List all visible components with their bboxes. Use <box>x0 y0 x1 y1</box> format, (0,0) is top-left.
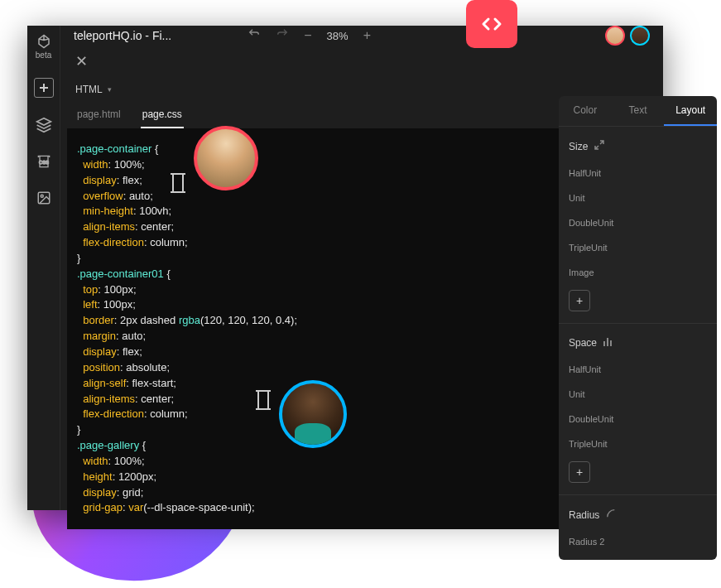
topbar: teleportHQ.io - Fi... − 38% + <box>60 26 663 46</box>
panel-item[interactable]: TripleUnit <box>569 431 707 456</box>
panel-item[interactable]: HalfUnit <box>569 161 707 186</box>
layout-panel: ColorTextLayout SizeHalfUnitUnitDoubleUn… <box>559 96 717 560</box>
panel-item[interactable]: DoubleUnit <box>569 407 707 431</box>
undo-button[interactable] <box>248 27 261 44</box>
panel-item[interactable]: Radius 2 <box>569 529 707 554</box>
panel-item[interactable]: TripleUnit <box>569 235 707 260</box>
layers-icon[interactable] <box>35 116 53 134</box>
panel-item[interactable]: HalfUnit <box>569 357 707 382</box>
text-cursor-icon-1 <box>172 174 184 192</box>
left-sidebar: beta CSS <box>27 26 60 510</box>
panel-section-header: Radius <box>569 502 707 529</box>
collaborator-avatar-1[interactable] <box>605 26 625 46</box>
code-badge-icon <box>466 0 517 48</box>
svg-text:CSS: CSS <box>39 160 49 165</box>
text-cursor-icon-2 <box>257 391 269 409</box>
redo-button[interactable] <box>276 27 289 44</box>
panel-section-header: Space <box>569 330 707 357</box>
panel-item[interactable]: Radius 4 <box>569 554 707 560</box>
zoom-in-button[interactable]: + <box>363 28 371 43</box>
panel-tab-layout[interactable]: Layout <box>664 96 717 126</box>
file-tab[interactable]: page.html <box>75 104 123 128</box>
logo-label: beta <box>36 51 51 60</box>
radius-icon <box>606 508 616 521</box>
panel-item[interactable]: DoubleUnit <box>569 210 707 235</box>
panel-item[interactable]: Unit <box>569 186 707 210</box>
svg-point-2 <box>41 195 43 197</box>
add-element-button[interactable] <box>34 78 54 98</box>
panel-tab-color[interactable]: Color <box>559 96 612 126</box>
panel-item[interactable]: Unit <box>569 382 707 407</box>
panel-body: SizeHalfUnitUnitDoubleUnitTripleUnitImag… <box>559 127 717 560</box>
zoom-out-button[interactable]: − <box>304 28 311 43</box>
close-editor-button[interactable]: ✕ <box>75 52 88 70</box>
panel-section-header: Size <box>569 133 707 161</box>
add-token-button[interactable]: + <box>569 461 590 483</box>
expand-icon <box>594 140 604 152</box>
logo: beta <box>36 34 51 60</box>
panel-tabs: ColorTextLayout <box>559 96 717 127</box>
image-icon[interactable] <box>35 189 53 207</box>
collaborator-cursor-2 <box>279 380 347 448</box>
spacing-icon <box>603 337 612 349</box>
zoom-level: 38% <box>327 30 348 42</box>
css-icon[interactable]: CSS <box>35 152 53 171</box>
panel-tab-text[interactable]: Text <box>612 96 665 126</box>
collaborator-avatar-2[interactable] <box>630 26 650 46</box>
add-token-button[interactable]: + <box>569 290 590 311</box>
file-tab[interactable]: page.css <box>141 104 184 128</box>
document-title: teleportHQ.io - Fi... <box>74 29 171 42</box>
collaborator-cursor-1 <box>194 126 258 190</box>
panel-item[interactable]: Image <box>569 260 707 285</box>
